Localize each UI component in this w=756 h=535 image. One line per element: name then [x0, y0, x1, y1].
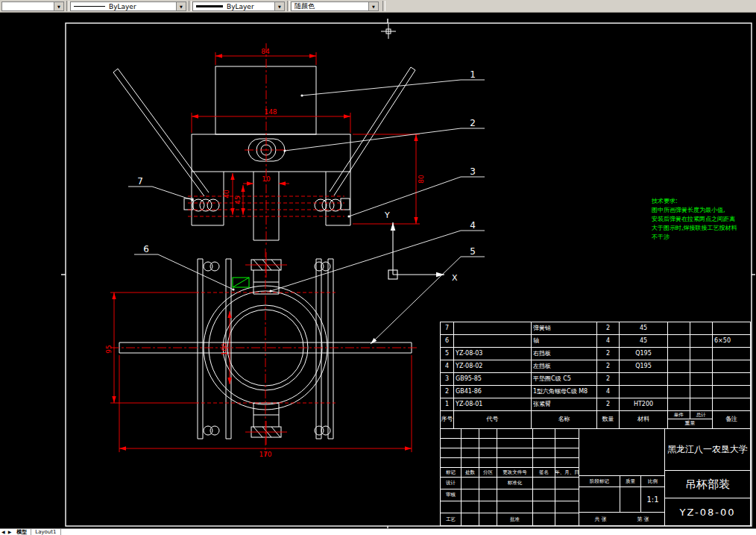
layer-combo[interactable]: ▼ — [1, 1, 64, 11]
linetype-preview-icon — [74, 6, 105, 7]
bom-header-unit: 单件 — [668, 411, 690, 419]
sign-table: 设计标准化审核工艺批准 — [441, 478, 579, 526]
balloon-numbers: 1 2 3 4 5 6 7 — [137, 69, 476, 257]
dim-height: 80 — [418, 175, 425, 184]
plotstyle-combo-value: 随颜色 — [294, 1, 315, 11]
bom-row: 1YZ-08-01张紧臂2HT200 — [441, 398, 750, 411]
title-block: 标记处数分区更改文件号签名年、月、日 设计标准化审核工艺批准 阶段标记 质量 比… — [440, 429, 751, 526]
balloon-leaders — [128, 80, 485, 344]
linetype-combo-value: ByLayer — [109, 3, 136, 10]
tech-note-line: 图中所画弹簧长度为最小值, — [652, 207, 725, 213]
tech-note-line: 安装后弹簧在拉紧两点之间距离 — [652, 216, 735, 222]
bom-row: 6轴4456×50 — [441, 335, 750, 348]
plotstyle-combo[interactable]: 随颜色 ▼ — [291, 1, 379, 11]
tech-note-line: 不干涉 — [652, 234, 670, 240]
ucs-labels: Y X — [384, 210, 458, 283]
tab-model[interactable]: 模型 — [13, 529, 31, 535]
balloon-1: 1 — [470, 69, 476, 80]
upper-view — [113, 66, 415, 240]
dim-b: 45 — [234, 195, 242, 204]
bom-row: 4YZ-08-02左挡板2Q195 — [441, 360, 750, 373]
balloon-2: 2 — [470, 118, 476, 128]
tech-note-line: 大于图示时,焊接联接工艺按材料 — [652, 225, 737, 231]
dim-gap: 10 — [262, 175, 271, 183]
sheet-no-label: 第 张 — [637, 516, 649, 523]
bom-header-weight-group: 单件 总计 重量 — [668, 411, 713, 428]
crosshair-cursor — [381, 24, 396, 39]
dim-bore: 100 — [221, 342, 228, 355]
bom-header-weight: 重量 — [668, 419, 712, 428]
dimension-text: 84 148 80 40 45 10 170 95 100 — [105, 48, 425, 458]
lineweight-preview-icon — [196, 5, 223, 7]
sheets-total-label: 共 张 — [594, 516, 606, 523]
bom-header-remark: 备注 — [713, 411, 750, 428]
bom-header-material: 材料 — [620, 411, 668, 428]
bom-row: 5YZ-08-03右挡板2Q195 — [441, 348, 750, 360]
dropdown-arrow-icon[interactable]: ▼ — [274, 2, 284, 10]
bom-row: 3GB95-85平垫圈C级 C52 — [441, 373, 750, 386]
stage-mark-label: 阶段标记 — [579, 476, 620, 486]
organization-name: 黑龙江八一农垦大学 — [665, 429, 750, 471]
bom-header: 序号 代号 名称 数量 材料 单件 总计 重量 备注 — [441, 411, 750, 428]
bom-row: 7弹簧销245 — [441, 322, 750, 335]
dim-top: 84 — [261, 48, 270, 55]
dim-length: 170 — [259, 451, 271, 458]
dim-width: 148 — [264, 108, 277, 116]
bom-header-name: 名称 — [532, 411, 597, 428]
toolbar-separator — [189, 1, 192, 11]
bom-rows: 7弹簧销2456轴4456×505YZ-08-03右挡板2Q1954YZ-08-… — [441, 322, 750, 411]
bom-header-qty: 数量 — [597, 411, 620, 428]
ucs-y-label: Y — [384, 210, 390, 220]
bom-table: 7弹簧销2456轴4456×505YZ-08-03右挡板2Q1954YZ-08-… — [440, 322, 751, 429]
centerlines — [110, 43, 419, 457]
bom-header-seq: 序号 — [441, 411, 454, 428]
dropdown-arrow-icon[interactable]: ▼ — [176, 2, 186, 10]
change-table: 标记处数分区更改文件号签名年、月、日 — [441, 429, 579, 478]
lineweight-combo-value: ByLayer — [227, 3, 254, 10]
dim-side: 95 — [105, 345, 113, 353]
toolbar-separator — [287, 1, 290, 11]
selected-object-highlight[interactable] — [233, 278, 249, 287]
bom-header-total: 总计 — [690, 411, 712, 419]
dropdown-arrow-icon[interactable]: ▼ — [54, 2, 63, 10]
title-block-left: 标记处数分区更改文件号签名年、月、日 设计标准化审核工艺批准 — [441, 429, 579, 526]
layout-tab-bar: ◀ ▶ 模型 Layout1 — [0, 528, 756, 535]
mass-label: 质量 — [620, 476, 641, 486]
scale-value: 1:1 — [641, 487, 664, 512]
balloon-7: 7 — [137, 176, 143, 187]
toolbar-separator — [66, 1, 69, 11]
properties-toolbar: ▼ ByLayer ▼ ByLayer ▼ 随颜色 ▼ — [0, 0, 756, 13]
toolbar-separator — [382, 1, 385, 11]
scale-label: 比例 — [641, 476, 664, 486]
title-block-middle: 阶段标记 质量 比例 1:1 共 张 第 张 — [579, 429, 664, 526]
tab-layout1[interactable]: Layout1 — [31, 529, 60, 535]
balloon-3: 3 — [470, 166, 476, 177]
dim-a: 40 — [223, 190, 230, 198]
balloon-4: 4 — [470, 220, 476, 231]
balloon-5: 5 — [470, 246, 476, 257]
drawing-number: YZ-08-00 — [665, 498, 750, 526]
lineweight-combo[interactable]: ByLayer ▼ — [192, 1, 285, 11]
tech-notes: 技术要求: 图中所画弹簧长度为最小值, 安装后弹簧在拉紧两点之间距离 大于图示时… — [651, 198, 737, 240]
stage-mark-area — [579, 429, 664, 476]
drawing-title: 吊杯部装 — [665, 471, 750, 498]
dropdown-arrow-icon[interactable]: ▼ — [368, 2, 378, 10]
ucs-x-label: X — [452, 273, 458, 283]
stage-mark-value — [579, 487, 620, 512]
drawing-canvas[interactable]: 84 148 80 40 45 10 170 95 100 1 2 3 4 5 … — [0, 13, 756, 528]
title-block-right: 黑龙江八一农垦大学 吊杯部装 YZ-08-00 — [664, 429, 750, 526]
bom-row: 2GB41-861型六角螺母C级 M84 — [441, 386, 750, 398]
tab-scroll-left-icon[interactable]: ◀ — [1, 529, 5, 535]
mass-value — [620, 487, 641, 512]
tab-scroll-right-icon[interactable]: ▶ — [8, 529, 12, 535]
linetype-combo[interactable]: ByLayer ▼ — [70, 1, 186, 11]
tech-note-line: 技术要求: — [651, 198, 678, 204]
bom-header-code: 代号 — [454, 411, 532, 428]
balloon-6: 6 — [143, 244, 149, 254]
